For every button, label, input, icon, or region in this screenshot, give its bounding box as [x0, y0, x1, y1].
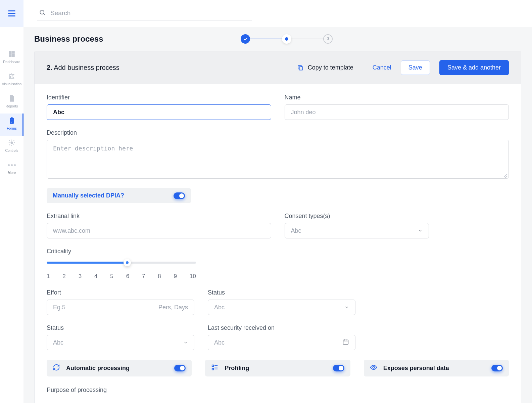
profiling-toggle[interactable]	[333, 365, 344, 371]
slider-thumb[interactable]	[124, 259, 131, 266]
status2-select[interactable]: Abc	[47, 335, 194, 350]
identifier-label: Identifier	[47, 94, 271, 101]
status1-select[interactable]: Abc	[208, 300, 355, 315]
slider-tick-labels: 1 2 3 4 5 6 7 8 9 10	[47, 273, 196, 280]
gear-icon	[8, 139, 15, 146]
search-field[interactable]	[37, 6, 252, 21]
auto-processing-strip: Automatic processing	[47, 360, 192, 376]
profiling-label: Profiling	[225, 365, 249, 372]
sidebar-item-reports[interactable]: Reports	[0, 91, 23, 114]
consent-placeholder: Abc	[291, 227, 301, 234]
primary-nav: Dashboard Visualisation Reports Forms Co…	[0, 47, 23, 180]
purpose-label: Purpose of processing	[47, 387, 509, 394]
page-title: Business process	[34, 34, 103, 44]
criticality-slider[interactable]: 1 2 3 4 5 6 7 8 9 10	[47, 262, 196, 280]
exposes-toggle[interactable]	[491, 365, 503, 371]
sidebar-item-label: Reports	[6, 104, 18, 108]
svg-rect-10	[11, 121, 13, 121]
sidebar: Dashboard Visualisation Reports Forms Co…	[0, 0, 23, 403]
effort-suffix: Pers, Days	[158, 304, 188, 311]
hamburger-icon	[8, 10, 15, 16]
sidebar-item-dashboard[interactable]: Dashboard	[0, 47, 23, 69]
effort-input[interactable]: Pers, Days	[47, 300, 194, 315]
step-connector-2	[291, 39, 323, 40]
divider	[363, 63, 363, 73]
step-connector-1	[250, 39, 282, 40]
eye-icon	[370, 364, 377, 372]
svg-rect-3	[9, 54, 11, 57]
svg-rect-17	[212, 368, 214, 370]
svg-point-13	[40, 10, 44, 14]
step-number: 2	[47, 64, 50, 71]
sidebar-item-controls[interactable]: Controls	[0, 136, 23, 158]
effort-label: Effort	[47, 289, 194, 296]
last-security-placeholder: Abc	[214, 339, 225, 346]
clipboard-icon	[8, 117, 15, 124]
description-textarea[interactable]	[47, 140, 509, 177]
dashboard-icon	[8, 50, 15, 58]
svg-rect-1	[12, 51, 14, 53]
slider-fill	[47, 262, 127, 264]
slider-tick: 7	[142, 273, 145, 280]
sidebar-item-label: Controls	[5, 148, 18, 152]
identifier-input[interactable]: Abc	[47, 104, 271, 120]
resize-handle-icon[interactable]	[502, 172, 507, 177]
last-security-input[interactable]: Abc	[208, 335, 355, 350]
status2-placeholder: Abc	[53, 339, 63, 346]
status1-label: Status	[208, 289, 355, 296]
chevron-down-icon	[183, 340, 188, 345]
svg-point-18	[373, 366, 375, 368]
svg-rect-11	[11, 122, 12, 123]
menu-toggle-button[interactable]	[0, 0, 23, 27]
svg-point-12	[11, 142, 13, 144]
sidebar-item-label: More	[8, 171, 16, 175]
consent-select[interactable]: Abc	[285, 223, 429, 238]
search-input[interactable]	[50, 9, 250, 17]
processing-toggles-row: Automatic processing Profiling	[47, 360, 509, 376]
sidebar-item-more[interactable]: More	[0, 158, 23, 180]
external-link-label: Extranal link	[47, 213, 271, 220]
external-link-input[interactable]	[47, 223, 271, 238]
description-textarea-wrap	[47, 140, 509, 179]
chevron-down-icon	[418, 228, 423, 233]
slider-tick: 2	[62, 273, 65, 280]
save-add-another-button[interactable]: Save & add another	[439, 60, 509, 75]
name-input[interactable]	[285, 104, 509, 120]
dpia-label: Manually selected DPIA?	[53, 192, 124, 199]
step-3-pending: 3	[323, 34, 333, 44]
slider-tick: 1	[47, 273, 50, 280]
step-2-current	[282, 34, 291, 44]
copy-to-template-label: Copy to template	[308, 64, 353, 71]
slider-tick: 3	[79, 273, 82, 280]
dpia-toggle-strip: Manually selected DPIA?	[47, 188, 191, 203]
slider-tick: 9	[174, 273, 177, 280]
description-label: Description	[47, 129, 509, 136]
calendar-icon	[342, 339, 349, 347]
chart-icon	[8, 73, 15, 80]
copy-to-template-button[interactable]: Copy to template	[297, 64, 353, 71]
svg-rect-2	[12, 53, 14, 57]
sidebar-item-label: Dashboard	[3, 60, 20, 64]
consent-label: Consent types(s)	[285, 213, 429, 220]
svg-rect-15	[343, 340, 348, 344]
auto-processing-label: Automatic processing	[66, 365, 130, 372]
sidebar-item-visualisation[interactable]: Visualisation	[0, 69, 23, 91]
svg-rect-16	[212, 365, 214, 367]
effort-field[interactable]	[53, 304, 120, 311]
card-actions: Copy to template Cancel Save Save & add …	[297, 60, 509, 75]
status2-label: Status	[47, 324, 194, 331]
name-input-field[interactable]	[291, 109, 503, 116]
step-1-done	[241, 34, 250, 44]
svg-rect-0	[9, 51, 11, 54]
external-link-field[interactable]	[53, 227, 265, 234]
auto-processing-toggle[interactable]	[174, 365, 186, 371]
cancel-button[interactable]: Cancel	[373, 64, 391, 71]
card-header: 2. Add business process Copy to template…	[35, 51, 521, 84]
save-button[interactable]: Save	[401, 60, 430, 75]
sidebar-item-label: Visualisation	[2, 82, 22, 86]
profiling-strip: Profiling	[205, 360, 350, 376]
topbar	[23, 0, 532, 27]
sidebar-item-forms[interactable]: Forms	[0, 114, 23, 136]
slider-tick: 4	[94, 273, 97, 280]
dpia-toggle[interactable]	[174, 192, 185, 199]
